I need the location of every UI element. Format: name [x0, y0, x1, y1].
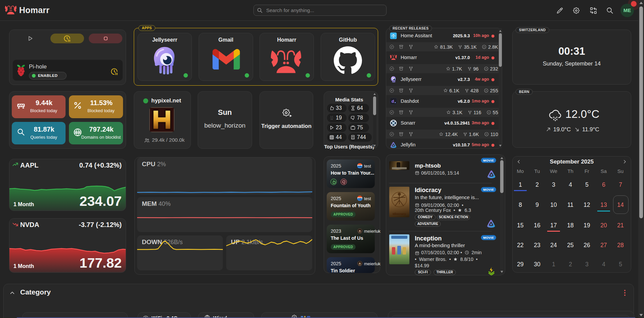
- svg-text:www: www: [74, 131, 81, 134]
- svg-text:d: d: [392, 99, 394, 104]
- svg-text:Idiocracy: Idiocracy: [393, 212, 406, 216]
